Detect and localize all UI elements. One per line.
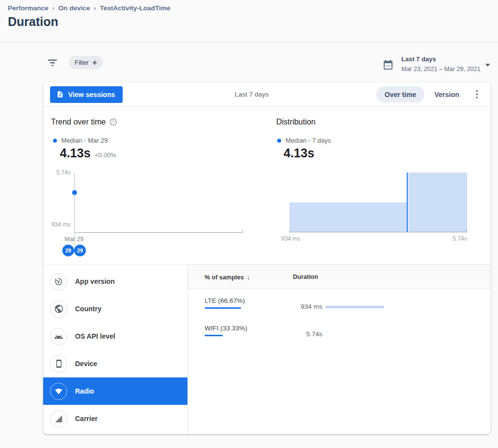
row-label: WIFI (33.33%)	[205, 324, 247, 336]
sidebar-item-os-api-level[interactable]: OS API level	[43, 323, 187, 350]
distribution-value-row: 4.13s	[284, 146, 315, 160]
trend-x-axis	[74, 232, 243, 233]
smartphone-icon	[50, 355, 67, 373]
sidebar-item-country[interactable]: Country	[43, 295, 187, 323]
trend-median-value: 4.13s	[60, 146, 91, 160]
distribution-x-max-label: 5.74s	[443, 235, 467, 242]
trend-y-max-label: 5.74s	[43, 169, 71, 176]
trend-data-point	[72, 190, 77, 195]
sidebar-item-label: Radio	[75, 387, 94, 395]
trend-title-row: Trend over time ?	[51, 118, 117, 126]
view-sessions-label: View sessions	[68, 91, 115, 99]
legend-dot-icon	[53, 139, 57, 143]
sidebar-item-app-version[interactable]: App version	[43, 268, 187, 295]
globe-icon	[50, 300, 67, 318]
help-icon[interactable]: ?	[109, 118, 117, 126]
breadcrumb-separator: ›	[52, 4, 54, 12]
date-range-label: Last 7 days	[401, 55, 436, 63]
distribution-histogram	[289, 173, 467, 232]
period-label: Last 7 days	[217, 91, 286, 98]
trend-value-row: 4.13s +0.00%	[60, 146, 116, 160]
pct-underline-bar	[205, 307, 241, 309]
view-sessions-button[interactable]: View sessions	[50, 86, 123, 103]
distribution-median-value: 4.13s	[284, 146, 315, 160]
trend-legend-label: Median - Mar 29	[61, 137, 108, 144]
document-icon	[56, 90, 64, 99]
filter-list-icon[interactable]	[47, 58, 58, 68]
median-line	[407, 173, 408, 232]
sidebar-item-label: App version	[75, 277, 115, 285]
trend-delta: +0.00%	[95, 151, 116, 159]
distribution-title-row: Distribution	[276, 118, 315, 126]
svg-text:?: ?	[112, 120, 115, 124]
app-version-icon	[50, 273, 67, 290]
histogram-bar	[289, 202, 407, 232]
sidebar-item-label: OS API level	[75, 332, 115, 340]
duration-bar	[325, 306, 384, 308]
distribution-x-min-label: 934 ms	[281, 235, 300, 242]
filter-chip[interactable]: Filter +	[69, 56, 103, 69]
breadcrumb-on-device[interactable]: On device	[58, 4, 90, 12]
column-header-duration: Duration	[293, 274, 318, 280]
wifi-icon	[50, 383, 67, 400]
breakdown-sidebar: App version Country OS API level Device	[43, 265, 188, 434]
range-slider-handle-left[interactable]: 29	[62, 245, 74, 256]
distribution-legend: Median - 7 days	[277, 137, 331, 144]
charts-section: Trend over time ? Median - Mar 29 4.13s …	[43, 107, 491, 265]
sort-descending-icon: ↓	[247, 274, 250, 281]
pct-underline-bar	[205, 335, 223, 336]
trend-y-min-label: 934 ms	[43, 221, 71, 228]
date-range-dates: Mar 23, 2021 – Mar 29, 2021	[401, 66, 480, 73]
column-header-samples[interactable]: % of samples↓	[205, 274, 250, 281]
breakdown-section: App version Country OS API level Device	[43, 265, 491, 434]
table-row-wifi: WIFI (33.33%) 5.74s	[188, 317, 491, 344]
card-header: View sessions Last 7 days Over time Vers…	[43, 82, 491, 107]
sidebar-item-label: Country	[75, 305, 102, 313]
sidebar-item-label: Carrier	[75, 415, 98, 423]
duration-card: View sessions Last 7 days Over time Vers…	[43, 82, 491, 434]
range-slider-handle-right[interactable]: 29	[74, 245, 86, 256]
breakdown-table: % of samples↓ Duration LTE (66.67%) 934 …	[188, 265, 491, 434]
date-range-picker[interactable]: Last 7 days Mar 23, 2021 – Mar 29, 2021	[380, 54, 491, 76]
trend-legend: Median - Mar 29	[53, 137, 108, 144]
more-options-icon[interactable]	[470, 88, 484, 101]
sidebar-item-carrier[interactable]: Carrier	[43, 405, 187, 432]
breadcrumb-performance[interactable]: Performance	[8, 4, 49, 12]
trend-title: Trend over time	[51, 118, 105, 126]
breadcrumb-trace-name[interactable]: TestActivity-LoadTime	[100, 4, 171, 12]
sidebar-item-radio[interactable]: Radio	[43, 377, 187, 405]
chevron-down-icon[interactable]	[485, 64, 490, 67]
distribution-x-axis	[289, 232, 467, 232]
trend-x-tick-label: Mar 29	[59, 236, 89, 243]
breadcrumb-separator: ›	[94, 4, 96, 12]
trend-chart	[74, 173, 243, 233]
plus-icon: +	[92, 58, 97, 67]
histogram-bar	[408, 173, 467, 232]
table-header: % of samples↓ Duration	[188, 265, 491, 289]
trend-axis-vline	[74, 173, 75, 233]
table-row-lte: LTE (66.67%) 934 ms	[188, 289, 491, 317]
filter-chip-label: Filter	[75, 59, 89, 66]
distribution-legend-label: Median - 7 days	[286, 137, 331, 144]
row-duration: 5.74s	[276, 330, 322, 338]
tab-version[interactable]: Version	[426, 91, 467, 99]
breadcrumb: Performance › On device › TestActivity-L…	[8, 4, 170, 12]
android-icon	[50, 328, 67, 345]
header-divider	[0, 42, 498, 43]
sidebar-item-device[interactable]: Device	[43, 350, 187, 377]
distribution-title: Distribution	[276, 118, 315, 126]
legend-dot-icon	[277, 139, 281, 143]
page-title: Duration	[8, 15, 58, 29]
sidebar-item-label: Device	[75, 360, 97, 368]
tab-over-time[interactable]: Over time	[376, 86, 425, 102]
row-label: LTE (66.67%)	[205, 297, 245, 309]
cellular-signal-icon	[50, 410, 67, 427]
calendar-icon	[382, 58, 394, 71]
row-duration: 934 ms	[276, 303, 322, 310]
